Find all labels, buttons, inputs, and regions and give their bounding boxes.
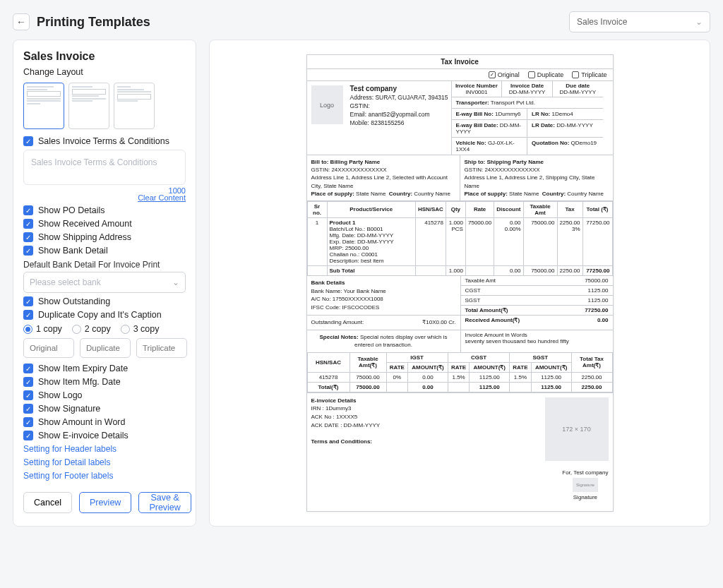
preview-panel: Tax Invoice Original Duplicate Triplicat… (209, 40, 710, 527)
chevron-down-icon: ⌄ (172, 277, 179, 287)
opt-received[interactable]: Show Received Amount (23, 219, 186, 229)
opt-logo[interactable]: Show Logo (23, 390, 186, 400)
panel-title: Sales Invoice (23, 50, 186, 63)
subtotal-row: Sub Total 1.000 0.00 75000.00 2250.00 77… (307, 265, 612, 275)
opt-outstanding[interactable]: Show Outstanding (23, 296, 186, 306)
layout-thumb-3[interactable] (114, 83, 155, 129)
amount-summary: Taxable Amt75000.00 CGST1125.00 SGST1125… (461, 276, 613, 315)
save-preview-button[interactable]: Save & Preview (138, 492, 191, 513)
cancel-button[interactable]: Cancel (23, 492, 72, 513)
ship-to: Ship to: Shipping Party Name GSTIN: 24XX… (460, 155, 613, 200)
doc-title: Tax Invoice (307, 55, 613, 69)
original-input[interactable] (23, 338, 74, 358)
einvoice-details: E-invoice Details IRN : 1Dummy3 ACK No :… (307, 393, 541, 465)
outstanding-value: ₹10X0.00 Cr. (422, 318, 455, 327)
opt-mfg[interactable]: Show Item Mfg. Date (23, 377, 186, 387)
checkbox-icon (23, 417, 33, 427)
signature-block: For, Test company Signature Signature (558, 465, 612, 505)
triplicate-input[interactable] (136, 338, 187, 358)
radio-1copy[interactable]: 1 copy (23, 324, 62, 334)
link-footer-labels[interactable]: Setting for Footer labels (23, 471, 186, 481)
item-row: 1 Product 1 Batch/Lot No.: B0001 Mfg. Da… (307, 217, 612, 265)
terms-placeholder: Sales Invoice Terms & Conditions (31, 157, 178, 167)
opt-bank[interactable]: Show Bank Detail (23, 246, 186, 256)
checkbox-icon (23, 390, 33, 400)
tax-summary-table: HSN/SAC Taxable Amt(₹) IGST CGST SGST To… (307, 352, 613, 392)
checkbox-icon (23, 377, 33, 387)
checkbox-icon (23, 296, 33, 306)
settings-panel: Sales Invoice Change Layout Sales Invoic… (13, 40, 196, 527)
link-header-labels[interactable]: Setting for Header labels (23, 444, 186, 454)
bank-details: Bank Details Bank Name: Your Bank Name A… (307, 276, 461, 315)
opt-expiry[interactable]: Show Item Expiry Date (23, 364, 186, 373)
clear-terms-link[interactable]: Clear Content (138, 193, 186, 202)
opt-terms[interactable]: Sales Invoice Terms & Conditions (23, 136, 186, 146)
radio-icon (121, 325, 130, 334)
layout-thumb-2[interactable] (68, 83, 109, 129)
checkbox-icon (23, 232, 33, 242)
outstanding-label: Outstanding Amount: (311, 318, 364, 327)
radio-2copy[interactable]: 2 copy (72, 324, 111, 334)
radio-3copy[interactable]: 3 copy (121, 324, 160, 334)
layout-label: Change Layout (23, 67, 186, 77)
layout-thumb-1[interactable] (23, 83, 64, 129)
opt-amount-word[interactable]: Show Amount in Word (23, 417, 186, 427)
logo-placeholder: Logo (311, 85, 343, 124)
opt-einvoice[interactable]: Show E-invoice Details (23, 431, 186, 440)
invoice-preview: Tax Invoice Original Duplicate Triplicat… (306, 54, 614, 512)
doc-original-check: Original (489, 71, 520, 78)
invoice-meta: Invoice NumberINV0001 Invoice DateDD-MM-… (451, 81, 603, 155)
type-select-value: Sales Invoice (577, 17, 627, 27)
opt-shipping[interactable]: Show Shipping Address (23, 232, 186, 242)
checkbox-icon (23, 431, 33, 440)
bill-to: Bill to: Billing Party Name GSTIN: 24XXX… (307, 155, 460, 200)
default-bank-label: Default Bank Detail For Invoice Print (23, 260, 186, 270)
terms-textarea[interactable]: Sales Invoice Terms & Conditions (23, 150, 186, 185)
checkbox-icon (23, 219, 33, 229)
doc-triplicate-check: Triplicate (572, 71, 607, 78)
type-select[interactable]: Sales Invoice ⌄ (569, 11, 710, 32)
chevron-down-icon: ⌄ (695, 17, 703, 27)
items-table: Sr no. Product/Service HSN/SAC Qty Rate … (307, 201, 613, 276)
company-info: Test company Address: SURAT, GUJARAT, 39… (347, 81, 451, 155)
qr-placeholder: 172 × 170 (541, 393, 613, 465)
opt-signature[interactable]: Show Signature (23, 404, 186, 414)
checkbox-icon (23, 404, 33, 414)
bank-select[interactable]: Please select bank ⌄ (23, 272, 186, 293)
opt-duplicate-caption[interactable]: Duplicate Copy and It's Caption (23, 310, 186, 320)
radio-icon (72, 325, 81, 334)
back-button[interactable]: ← (13, 13, 30, 30)
checkbox-icon (23, 136, 33, 146)
page-title: Printing Templates (37, 15, 569, 30)
preview-button[interactable]: Preview (79, 492, 131, 513)
checkbox-icon (23, 246, 33, 256)
link-detail-labels[interactable]: Setting for Detail labels (23, 457, 186, 467)
checkbox-icon (23, 205, 33, 215)
duplicate-input[interactable] (80, 338, 131, 358)
opt-po[interactable]: Show PO Details (23, 205, 186, 215)
bank-select-placeholder: Please select bank (30, 277, 101, 287)
checkbox-icon (23, 364, 33, 373)
checkbox-icon (23, 310, 33, 320)
radio-icon (23, 325, 32, 334)
doc-duplicate-check: Duplicate (528, 71, 564, 78)
